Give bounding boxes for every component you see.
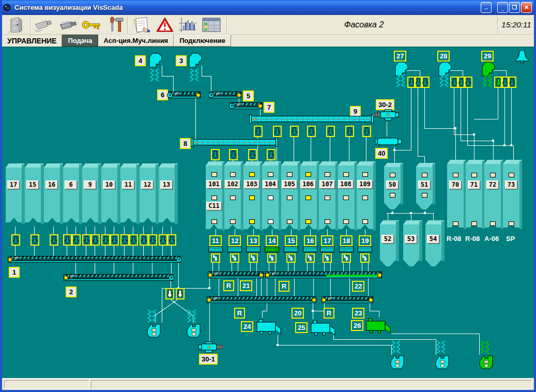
alarm-warning-icon[interactable] [154,16,176,34]
tag-button[interactable]: 18 [340,235,353,246]
feeder[interactable] [246,247,261,252]
close-button[interactable]: ✕ [521,2,532,13]
tag-button[interactable]: 2 [66,287,76,297]
discharge-shoe[interactable] [186,323,202,340]
alarm-bell-icon[interactable] [514,50,530,65]
silo[interactable] [6,163,25,230]
tag-button[interactable]: 24 [241,321,253,332]
valve[interactable] [30,234,39,246]
belt-conveyor[interactable] [321,296,373,303]
tag-button[interactable]: 40 [375,148,388,159]
valve[interactable] [110,234,119,246]
screw-machine[interactable] [371,109,399,125]
tag-button[interactable]: 26 [351,320,363,331]
tab-0[interactable]: Подача [62,35,98,47]
tag-button[interactable]: R [324,308,334,319]
belt-conveyor[interactable] [209,92,241,98]
tag-button[interactable]: 6 [157,89,168,100]
exit-door-icon[interactable] [5,16,27,34]
tag-button[interactable]: 19 [359,235,371,246]
elbow-arrow-icon[interactable] [267,253,277,263]
packing-machine[interactable] [365,317,391,337]
tag-button[interactable]: 9 [350,106,361,117]
tag-button[interactable]: 20 [292,308,304,319]
tag-button[interactable]: 1 [9,267,20,278]
tab-1[interactable]: Асп-ция.Муч.линия [98,35,174,47]
silo[interactable] [403,220,422,267]
packing-machine[interactable] [256,318,282,338]
discharge-shoe[interactable] [146,323,162,340]
belt-conveyor[interactable] [8,256,181,263]
tag-button[interactable]: 8 [180,138,191,149]
tag-button[interactable]: 4 [135,55,146,66]
silo[interactable] [82,163,101,230]
tag-button[interactable]: 3 [176,55,187,66]
silo[interactable] [63,163,82,230]
tag-button[interactable]: 15 [285,235,297,246]
minimize-button[interactable]: _ [497,2,508,13]
valve[interactable] [11,234,20,246]
valve[interactable] [421,77,430,88]
serial-port-icon[interactable] [32,16,54,34]
tag-button[interactable]: 23 [352,308,364,319]
belt-conveyor[interactable] [168,92,201,98]
valve[interactable] [72,234,81,246]
tab-2[interactable]: Подключение [174,35,231,47]
valve[interactable] [290,126,299,137]
valve[interactable] [326,126,335,137]
elbow-arrow-icon[interactable] [305,253,315,263]
silo[interactable] [120,163,140,230]
elbow-arrow-icon[interactable] [360,253,370,263]
tag-button[interactable]: 14 [266,235,278,246]
belt-conveyor[interactable] [230,102,263,109]
tag-button[interactable]: 16 [304,235,316,246]
tag-button[interactable]: 11 [209,235,222,246]
valve[interactable] [229,149,238,160]
feeder[interactable] [358,247,372,252]
feeder[interactable] [227,247,242,252]
valve[interactable] [254,126,263,137]
packing-machine[interactable] [310,319,336,339]
tag-button[interactable]: 30-2 [376,99,394,110]
valve[interactable] [120,234,129,246]
screw-machine[interactable] [198,341,226,357]
silo[interactable] [25,163,44,230]
valve[interactable] [307,126,316,137]
tag-button[interactable]: 13 [247,235,259,246]
valve[interactable] [167,234,176,246]
valve[interactable] [129,234,138,246]
valve[interactable] [140,234,148,246]
valve[interactable] [362,126,371,137]
tag-button[interactable]: R [279,281,289,292]
tag-button[interactable]: R [223,280,234,291]
silo[interactable] [380,220,399,267]
tag-button[interactable]: 17 [321,235,333,246]
connector-icon[interactable] [57,16,79,34]
valve[interactable] [345,126,354,137]
feeder[interactable] [265,247,279,252]
silo[interactable] [159,163,178,230]
feeder[interactable] [284,247,298,252]
belt-conveyor[interactable] [207,296,316,303]
feeder[interactable] [320,247,334,252]
silo[interactable] [44,163,63,230]
elbow-arrow-icon[interactable] [211,253,220,263]
belt-conveyor[interactable] [208,272,264,278]
valve[interactable] [248,149,257,160]
service-tools-icon[interactable] [105,16,127,34]
valve[interactable] [267,149,275,160]
elbow-arrow-icon[interactable] [230,253,239,263]
tag-button[interactable]: R [234,308,245,319]
trends-chart-icon[interactable] [177,16,198,34]
elbow-arrow-icon[interactable] [342,253,351,263]
tag-button[interactable]: 21 [240,280,252,291]
valve[interactable] [50,234,58,246]
elbow-arrow-icon[interactable] [323,253,332,263]
maximize-button[interactable]: ❐ [509,2,520,13]
valve[interactable] [273,126,282,137]
tag-button[interactable]: 5 [243,91,254,101]
protocol-table-icon[interactable] [201,16,222,34]
valve[interactable] [159,234,167,246]
valve[interactable] [91,234,100,246]
toggle-size-button[interactable]: ↔ [481,2,492,13]
